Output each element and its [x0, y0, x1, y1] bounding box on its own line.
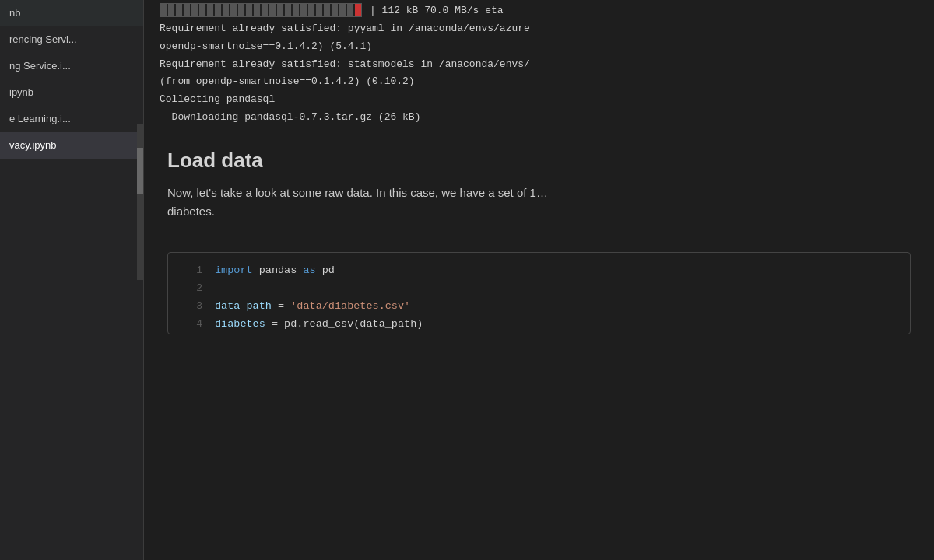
output-line-2: opendp-smartnoise==0.1.4.2) (5.4.1): [144, 38, 934, 56]
output-line-4: (from opendp-smartnoise==0.1.4.2) (0.10.…: [144, 73, 934, 91]
sidebar-item-nb1[interactable]: nb: [0, 0, 143, 26]
code-content-2: [215, 280, 221, 298]
progress-bar: [160, 3, 362, 17]
code-content-3: data_path = 'data/diabetes.csv': [215, 298, 410, 316]
sidebar: nb rencing Servi... ng Service.i... ipyn…: [0, 0, 144, 560]
section-heading: Load data: [167, 149, 911, 173]
sidebar-item-privacy[interactable]: vacy.ipynb: [0, 132, 143, 159]
main-content: | 112 kB 70.0 MB/s eta Requirement alrea…: [144, 0, 934, 560]
output-line-3: Requirement already satisfied: statsmode…: [144, 56, 934, 74]
code-cell-inner: 1 import pandas as pd 2 3 data_path = 'd…: [168, 253, 910, 334]
code-cell[interactable]: 1 import pandas as pd 2 3 data_path = 'd…: [167, 252, 911, 334]
code-line-1: 1 import pandas as pd: [168, 262, 910, 280]
code-line-2: 2: [168, 280, 910, 298]
progress-bar-track: [160, 3, 362, 17]
code-line-3: 3 data_path = 'data/diabetes.csv': [168, 298, 910, 316]
scrollbar-track: [137, 124, 143, 280]
scrollbar-thumb[interactable]: [137, 148, 143, 194]
var-diabetes: diabetes: [215, 318, 265, 330]
line-number-4: 4: [181, 316, 202, 333]
kw-as: as: [303, 264, 315, 276]
section-text-line1: Now, let's take a look at some raw data.…: [167, 186, 548, 199]
kw-import: import: [215, 264, 253, 276]
sidebar-item-referencing[interactable]: rencing Servi...: [0, 26, 143, 53]
code-content-1: import pandas as pd: [215, 262, 335, 280]
code-content-4: diabetes = pd.read_csv(data_path): [215, 316, 423, 334]
code-line-4: 4 diabetes = pd.read_csv(data_path): [168, 316, 910, 334]
output-line-1: Requirement already satisfied: pyyaml in…: [144, 20, 934, 38]
line-number-2: 2: [181, 280, 202, 297]
line-number-3: 3: [181, 298, 202, 315]
markdown-section: Load data Now, let's take a look at some…: [144, 127, 934, 244]
progress-text: | 112 kB 70.0 MB/s eta: [370, 5, 504, 16]
sidebar-item-ingservice[interactable]: ng Service.i...: [0, 53, 143, 79]
sidebar-item-ipynb[interactable]: ipynb: [0, 79, 143, 106]
str-csv-path: 'data/diabetes.csv': [290, 300, 410, 312]
section-paragraph: Now, let's take a look at some raw data.…: [167, 184, 911, 221]
var-data-path: data_path: [215, 300, 272, 312]
progress-bar-container: | 112 kB 70.0 MB/s eta: [144, 0, 934, 20]
output-line-6: Downloading pandasql-0.7.3.tar.gz (26 kB…: [144, 109, 934, 127]
output-line-5: Collecting pandasql: [144, 91, 934, 109]
section-text-line2: diabetes.: [167, 205, 215, 218]
progress-bar-red-segment: [355, 4, 361, 16]
line-number-1: 1: [181, 262, 202, 279]
progress-bar-fill: [160, 4, 361, 16]
sidebar-item-elearning[interactable]: e Learning.i...: [0, 106, 143, 132]
